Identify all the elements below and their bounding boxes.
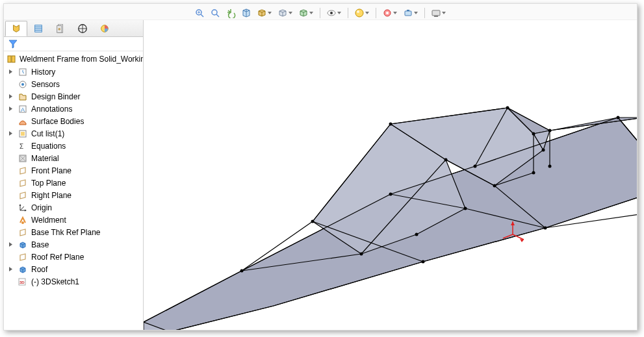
plane-icon bbox=[18, 190, 28, 201]
zoom-to-fit-icon bbox=[194, 8, 205, 18]
view-settings-icon bbox=[382, 8, 393, 18]
tree-item[interactable]: History bbox=[4, 66, 143, 78]
tree-root-label: Weldment Frame from Solid_Working bbox=[19, 55, 143, 64]
tree-item[interactable]: Base bbox=[4, 238, 143, 251]
tree-item[interactable]: Cut list(1) bbox=[4, 127, 143, 140]
tree-item[interactable]: Weldment bbox=[4, 214, 143, 226]
dimxpert-manager-tab[interactable] bbox=[71, 21, 94, 36]
display-manager-tab-icon bbox=[99, 23, 110, 34]
expand-icon bbox=[8, 279, 14, 284]
property-manager-tab[interactable] bbox=[27, 21, 49, 36]
zoom-to-fit-button[interactable] bbox=[194, 7, 205, 19]
view-settings-button[interactable] bbox=[381, 7, 393, 19]
svg-point-42 bbox=[240, 269, 244, 273]
tree-item[interactable]: ΣEquations bbox=[4, 140, 143, 152]
svg-point-45 bbox=[506, 106, 509, 110]
display-style-icon bbox=[277, 8, 288, 18]
tree-item[interactable]: Roof Ref Plane bbox=[4, 251, 143, 263]
binder-icon bbox=[18, 92, 28, 102]
tree-item-label: Front Plane bbox=[31, 166, 71, 175]
section-view-icon bbox=[241, 8, 251, 18]
tree-item[interactable]: Front Plane bbox=[4, 164, 143, 177]
history-icon bbox=[18, 67, 28, 77]
svg-point-57 bbox=[415, 233, 419, 236]
svg-point-9 bbox=[386, 12, 389, 14]
toolbar-separator bbox=[320, 8, 320, 18]
tree-item[interactable]: AAnnotations bbox=[4, 103, 143, 115]
apply-scene-button[interactable] bbox=[354, 7, 365, 19]
tree-item[interactable]: Sensors bbox=[4, 78, 143, 90]
feature-manager-tab[interactable] bbox=[5, 21, 27, 36]
render-tools-button[interactable] bbox=[402, 7, 414, 19]
expand-icon bbox=[8, 168, 14, 173]
svg-rect-13 bbox=[434, 16, 438, 17]
svg-point-51 bbox=[617, 116, 620, 119]
section-view-button[interactable] bbox=[240, 7, 252, 19]
expand-icon[interactable] bbox=[8, 131, 14, 136]
configuration-manager-tab[interactable] bbox=[49, 21, 71, 36]
expand-icon bbox=[8, 180, 14, 186]
apply-scene-icon bbox=[354, 8, 365, 18]
tree-item-label: Weldment bbox=[31, 216, 66, 225]
tree-item[interactable]: Roof bbox=[4, 263, 143, 275]
tree-item[interactable]: Right Plane bbox=[4, 189, 143, 201]
sensors-icon bbox=[18, 79, 28, 90]
hide-show-button[interactable] bbox=[298, 7, 309, 19]
svg-point-63 bbox=[548, 165, 552, 168]
tree-root[interactable]: Weldment Frame from Solid_Working bbox=[4, 53, 143, 66]
expand-icon bbox=[8, 81, 14, 87]
svg-point-52 bbox=[544, 227, 547, 230]
svg-point-26 bbox=[21, 83, 24, 86]
expand-icon[interactable] bbox=[8, 94, 14, 99]
expand-icon[interactable] bbox=[8, 69, 14, 75]
feature-manager-panel: Weldment Frame from Solid_Working Histor… bbox=[4, 20, 144, 330]
model-view[interactable] bbox=[144, 20, 637, 330]
tree-item-label: Top Plane bbox=[31, 179, 66, 188]
previous-view-button[interactable] bbox=[225, 7, 237, 19]
weldment-icon bbox=[18, 215, 28, 225]
tree-item-label: Equations bbox=[31, 142, 66, 151]
svg-line-1 bbox=[201, 14, 203, 17]
svg-point-61 bbox=[542, 149, 545, 152]
tree-item[interactable]: Origin bbox=[4, 201, 143, 214]
sketch3d-icon: 3D bbox=[18, 277, 28, 287]
svg-point-53 bbox=[493, 184, 496, 188]
main-row: Weldment Frame from Solid_Working Histor… bbox=[4, 20, 637, 330]
edit-appearance-button[interactable] bbox=[326, 7, 337, 19]
display-style-button[interactable] bbox=[277, 7, 289, 19]
expand-icon[interactable] bbox=[8, 266, 14, 272]
plane-icon bbox=[18, 166, 28, 176]
configuration-manager-tab-icon bbox=[55, 23, 66, 34]
dimxpert-manager-tab-icon bbox=[77, 23, 88, 34]
zoom-area-button[interactable] bbox=[209, 7, 221, 19]
svg-rect-23 bbox=[12, 56, 15, 62]
svg-point-17 bbox=[58, 28, 60, 31]
feature-icon bbox=[18, 240, 28, 250]
tree-item[interactable]: Material bbox=[4, 152, 143, 164]
expand-icon bbox=[8, 155, 14, 161]
filter-row[interactable] bbox=[4, 37, 143, 51]
graphics-viewport[interactable] bbox=[144, 20, 637, 330]
svg-point-55 bbox=[444, 158, 448, 162]
solidworks-window: Weldment Frame from Solid_Working Histor… bbox=[3, 3, 638, 331]
expand-icon[interactable] bbox=[8, 242, 14, 247]
svg-point-56 bbox=[422, 260, 425, 264]
expand-icon[interactable] bbox=[8, 106, 14, 112]
plane-icon bbox=[18, 178, 28, 188]
previous-view-icon bbox=[225, 8, 236, 18]
render-tools-icon bbox=[403, 8, 413, 18]
tree-item[interactable]: Base Thk Ref Plane bbox=[4, 226, 143, 238]
tree-item-label: Right Plane bbox=[31, 191, 71, 200]
tree-item[interactable]: Design Binder bbox=[4, 90, 143, 103]
view-orientation-button[interactable] bbox=[256, 7, 268, 19]
tree-item[interactable]: 3D(-) 3DSketch1 bbox=[4, 275, 143, 288]
tree-item[interactable]: Top Plane bbox=[4, 177, 143, 189]
tree-item-label: Design Binder bbox=[31, 92, 80, 101]
tree-item-label: Material bbox=[31, 154, 59, 163]
tree-item[interactable]: Surface Bodies bbox=[4, 115, 143, 127]
screen-capture-button[interactable] bbox=[430, 7, 442, 19]
tree-item-label: History bbox=[31, 68, 55, 77]
svg-point-59 bbox=[360, 253, 363, 256]
hide-show-icon bbox=[298, 8, 309, 18]
display-manager-tab[interactable] bbox=[94, 21, 116, 36]
